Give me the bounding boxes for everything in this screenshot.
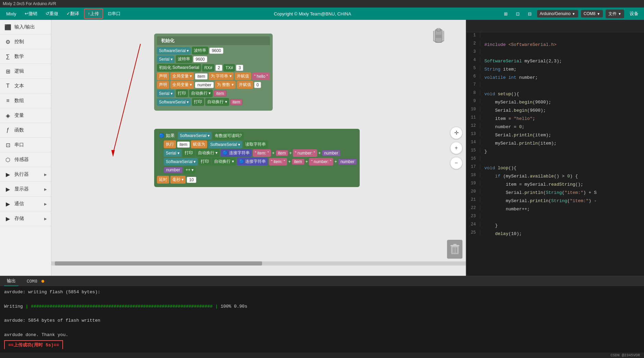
if-row: 🔵 如果 SoftwareSerial ▾ 有数据可读吗? bbox=[157, 132, 357, 140]
code-line: 7 bbox=[467, 82, 644, 90]
actuator-icon: ▶ bbox=[4, 171, 12, 178]
line-number: 22 bbox=[467, 205, 480, 210]
code-line: 18 if (mySerial.available() > 0) { bbox=[467, 172, 644, 180]
sidebar-label-io: 输入/输出 bbox=[14, 24, 35, 30]
line-number: 12 bbox=[467, 123, 480, 128]
blocks-container[interactable]: 初始化 SoftwareSerial ▾ 波特率 9600 Serial ▾ 波… bbox=[51, 20, 466, 266]
array-icon: ≡ bbox=[4, 97, 12, 104]
backpack-button[interactable] bbox=[430, 27, 447, 46]
tab-com[interactable]: COM8 bbox=[24, 277, 47, 285]
icon-btn-2[interactable]: ⊡ bbox=[513, 10, 522, 18]
init-block-group[interactable]: 初始化 SoftwareSerial ▾ 波特率 9600 Serial ▾ 波… bbox=[154, 34, 273, 111]
sidebar-item-logic[interactable]: ⊞ 逻辑 bbox=[0, 64, 51, 79]
code-line: 9 mySerial.begin(9600); bbox=[467, 98, 644, 106]
line-number: 4 bbox=[467, 57, 480, 62]
line-code: Serial.begin(9600); bbox=[480, 106, 546, 114]
sidebar-item-variable[interactable]: ◈ 变量 bbox=[0, 108, 51, 123]
sidebar-item-io[interactable]: ⬛ 输入/输出 bbox=[0, 20, 51, 35]
file-menu[interactable]: 文件 ▼ bbox=[606, 10, 624, 18]
com-dot bbox=[41, 280, 44, 283]
output-line: avrdude: writing flash (5854 bytes): bbox=[4, 289, 640, 296]
line-number: 15 bbox=[467, 147, 480, 153]
line-code: item = "hello"; bbox=[480, 114, 535, 123]
success-text: ==上传成功(用时 5s)== bbox=[4, 340, 63, 349]
trash-icon bbox=[450, 243, 460, 255]
sidebar-label-display: 显示器 bbox=[14, 186, 29, 192]
sidebar-item-comm[interactable]: ▶ 通信 ▶ bbox=[0, 197, 51, 211]
line-number: 25 bbox=[467, 230, 480, 235]
sidebar-item-function[interactable]: ƒ 函数 bbox=[0, 123, 51, 138]
bottom-tabs: 输出 COM8 bbox=[0, 276, 644, 286]
line-number: 14 bbox=[467, 139, 480, 145]
line-number: 17 bbox=[467, 164, 480, 169]
trash-button[interactable] bbox=[447, 240, 462, 259]
sidebar-item-actuator[interactable]: ▶ 执行器 ▶ bbox=[0, 167, 51, 182]
line-code bbox=[480, 82, 487, 90]
sidebar-item-storage[interactable]: ▶ 存储 ▶ bbox=[0, 211, 51, 226]
sidebar-item-math[interactable]: ∑ 数学 bbox=[0, 49, 51, 64]
sidebar-item-sensor[interactable]: ⬡ 传感器 bbox=[0, 152, 51, 167]
serial-label: ⊡串口 bbox=[108, 11, 121, 17]
line-code bbox=[480, 32, 487, 40]
line-code bbox=[480, 213, 487, 221]
port-selector[interactable]: COM8 ▼ bbox=[581, 10, 603, 17]
serial-button[interactable]: ⊡串口 bbox=[104, 9, 124, 18]
line-code: mySerial.begin(9600); bbox=[480, 98, 551, 106]
canvas-area[interactable]: 初始化 SoftwareSerial ▾ 波特率 9600 Serial ▾ 波… bbox=[51, 20, 466, 276]
logic-icon: ⊞ bbox=[4, 67, 12, 75]
undo-button[interactable]: ↩撤销 bbox=[21, 9, 41, 18]
sidebar-item-text[interactable]: T 文本 bbox=[0, 79, 51, 94]
line-code: #include <SoftwareSerial.h> bbox=[480, 40, 557, 49]
upload-button[interactable]: ↑上传 bbox=[84, 9, 103, 19]
zoom-in-button[interactable]: + bbox=[450, 142, 462, 154]
output-line: avrdude: 5854 bytes of flash written bbox=[4, 317, 640, 324]
code-line: 22 number++; bbox=[467, 205, 644, 213]
line-code: mySerial.println(String("item:") - bbox=[480, 197, 597, 205]
line-number: 10 bbox=[467, 106, 480, 112]
icon-btn-1[interactable]: ⊞ bbox=[501, 10, 510, 18]
tab-output[interactable]: 输出 bbox=[4, 276, 18, 286]
sidebar-item-array[interactable]: ≡ 数组 bbox=[0, 94, 51, 108]
line-code bbox=[480, 156, 487, 164]
board-selector[interactable]: Arduino/Genuino ▼ bbox=[537, 10, 578, 17]
compass-button[interactable]: ✛ bbox=[450, 127, 462, 139]
code-line: 15} bbox=[467, 147, 644, 156]
redo-label: ↺重做 bbox=[46, 11, 58, 17]
svg-marker-1 bbox=[111, 150, 115, 157]
code-line: 24 } bbox=[467, 221, 644, 230]
sidebar-item-control[interactable]: ⚙ 控制 bbox=[0, 35, 51, 49]
copyright-text: Copyright © Mixly Team@BNU, CHINA bbox=[125, 11, 499, 16]
sidebar-item-display[interactable]: ▶ 显示器 ▶ bbox=[0, 182, 51, 197]
sw-serial-concat-row: SoftwareSerial ▾ 打印 自动换行 ▾ 🔵 连接字符串 " ite… bbox=[164, 158, 357, 165]
line-code: void loop(){ bbox=[480, 164, 517, 172]
icon-btn-3[interactable]: ⊟ bbox=[525, 10, 534, 18]
text-icon: T bbox=[4, 82, 12, 90]
sidebar-label-math: 数学 bbox=[14, 53, 24, 60]
redo-button[interactable]: ↺重做 bbox=[42, 9, 62, 18]
init-software-serial-row: 初始化 SoftwareSerial RX# 2 TX# 3 bbox=[157, 64, 270, 72]
code-line: 2#include <SoftwareSerial.h> bbox=[467, 40, 644, 49]
canvas-controls: ✛ + − bbox=[450, 127, 462, 169]
declare-number-row: 声明 全局变量 ▾ number 为 整数 ▾ 并赋值 0 bbox=[157, 81, 270, 89]
control-icon: ⚙ bbox=[4, 38, 12, 46]
serial-concat-row: Serial ▾ 打印 自动换行 ▾ 🔵 连接字符串 " item: " + i… bbox=[164, 149, 357, 157]
line-code: volatile int number; bbox=[480, 73, 538, 82]
code-line: 25 delay(10); bbox=[467, 230, 644, 238]
translate-button[interactable]: ✓翻译 bbox=[63, 9, 83, 18]
code-line: 3 bbox=[467, 49, 644, 57]
canvas-scrollbar[interactable] bbox=[51, 261, 466, 266]
serial-icon: ⊡ bbox=[4, 141, 12, 149]
settings-menu[interactable]: 设备 bbox=[627, 9, 641, 18]
line-code: } bbox=[480, 147, 487, 156]
canvas-scrollbar-thumb[interactable] bbox=[55, 261, 262, 266]
zoom-out-button[interactable]: − bbox=[450, 157, 462, 169]
line-number: 5 bbox=[467, 65, 480, 71]
line-code: number++; bbox=[480, 205, 530, 213]
code-content[interactable]: 1 2#include <SoftwareSerial.h>3 4Softwar… bbox=[467, 32, 644, 276]
sidebar-item-serial[interactable]: ⊡ 串口 bbox=[0, 138, 51, 152]
sidebar-label-array: 数组 bbox=[14, 98, 24, 104]
line-code: SoftwareSerial mySerial(2,3); bbox=[480, 57, 562, 65]
loop-block-group[interactable]: 🔵 如果 SoftwareSerial ▾ 有数据可读吗? 执行 item 赋值… bbox=[154, 126, 360, 187]
upload-label: ↑上传 bbox=[88, 11, 99, 17]
output-line: Writing | ##############################… bbox=[4, 303, 640, 310]
